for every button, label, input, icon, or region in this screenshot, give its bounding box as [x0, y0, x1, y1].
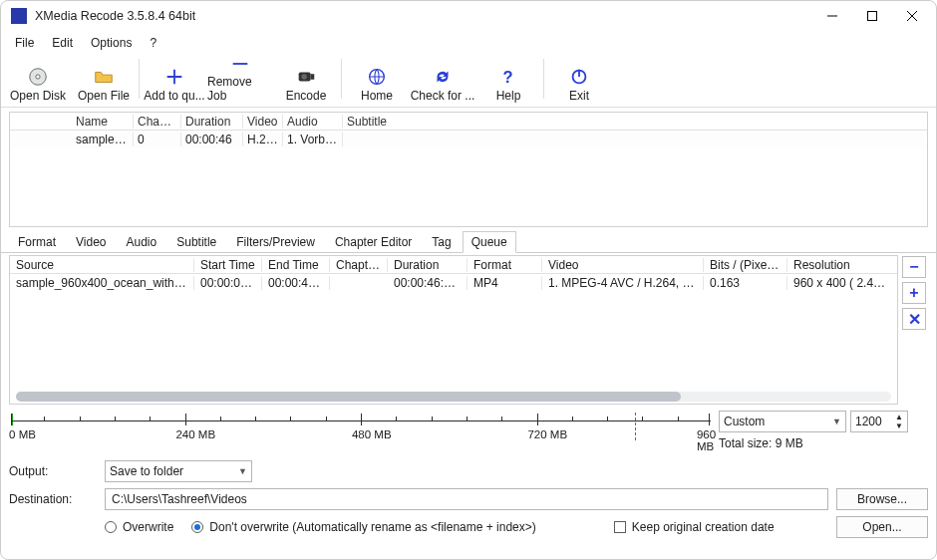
remove-job-button[interactable]: Remove Job [207, 55, 273, 103]
maximize-button[interactable] [852, 2, 892, 30]
qcol-duration[interactable]: Duration [388, 258, 468, 272]
spinner[interactable]: ▲▼ [892, 413, 906, 430]
destination-value: C:\Users\Tashreef\Videos [112, 492, 247, 506]
menu-options[interactable]: Options [83, 34, 140, 52]
file-row[interactable]: sample_9... 0 00:00:46 H.26... 1. Vorbis… [10, 131, 927, 148]
tab-queue[interactable]: Queue [463, 231, 516, 253]
tab-chapter-editor[interactable]: Chapter Editor [326, 231, 421, 253]
queue-add-button[interactable]: + [902, 282, 926, 304]
size-mode-value: Custom [724, 415, 765, 428]
camera-icon [295, 65, 317, 89]
encode-button[interactable]: Encode [273, 55, 339, 103]
col-name[interactable]: Name [72, 115, 134, 129]
file-audio: 1. Vorbis ... [283, 133, 343, 146]
qcol-chapters[interactable]: Chapters [330, 258, 388, 272]
svg-rect-1 [868, 12, 877, 21]
encode-label: Encode [286, 89, 327, 103]
ruler-label: 960 MB [697, 428, 716, 452]
queue-remove-button[interactable]: − [902, 256, 926, 278]
qcol-source[interactable]: Source [10, 258, 194, 272]
q-bits: 0.163 [704, 276, 787, 290]
output-label: Output: [9, 464, 97, 478]
svg-rect-9 [311, 74, 315, 80]
tab-audio[interactable]: Audio [118, 231, 166, 253]
home-button[interactable]: Home [344, 55, 410, 103]
check-update-button[interactable]: Check for ... [410, 55, 475, 103]
close-button[interactable] [892, 2, 932, 30]
open-disk-button[interactable]: Open Disk [5, 55, 71, 103]
file-list-header: Name Chapt... Duration Video Audio Subti… [10, 113, 927, 131]
svg-text:?: ? [503, 68, 513, 86]
tab-video[interactable]: Video [67, 231, 115, 253]
tab-tag[interactable]: Tag [423, 231, 460, 253]
queue-delete-button[interactable]: ✕ [902, 308, 926, 330]
app-icon [11, 8, 27, 24]
col-duration[interactable]: Duration [181, 115, 243, 129]
plus-icon [163, 65, 185, 89]
refresh-icon [432, 65, 454, 89]
q-duration: 00:00:46:616 [388, 276, 468, 290]
col-audio[interactable]: Audio [283, 115, 343, 129]
exit-label: Exit [569, 89, 589, 103]
qcol-format[interactable]: Format [468, 258, 542, 272]
queue-h-scrollbar[interactable] [16, 392, 891, 402]
remove-job-label: Remove Job [207, 75, 273, 103]
chevron-down-icon: ▼ [832, 417, 841, 426]
browse-button[interactable]: Browse... [836, 488, 928, 510]
power-icon [568, 65, 590, 89]
qcol-resolution[interactable]: Resolution [787, 258, 897, 272]
menu-edit[interactable]: Edit [44, 34, 81, 52]
size-mode-select[interactable]: Custom▼ [719, 411, 846, 432]
svg-rect-6 [233, 63, 248, 65]
open-disk-label: Open Disk [10, 89, 66, 103]
tab-filters[interactable]: Filters/Preview [227, 231, 324, 253]
q-format: MP4 [468, 276, 542, 290]
queue-row[interactable]: sample_960x400_ocean_with_... 00:00:00..… [10, 274, 897, 292]
output-panel: Output: Save to folder▼ Destination: C:\… [1, 452, 936, 542]
menubar: File Edit Options ? [1, 31, 936, 55]
window-title: XMedia Recode 3.5.8.4 64bit [35, 9, 812, 23]
keep-date-checkbox[interactable]: Keep original creation date [614, 520, 775, 534]
overwrite-radio[interactable]: Overwrite [105, 520, 173, 534]
ruler-label: 480 MB [352, 428, 392, 440]
tab-subtitle[interactable]: Subtitle [167, 231, 225, 253]
exit-button[interactable]: Exit [546, 55, 612, 103]
question-icon: ? [497, 65, 519, 89]
open-button[interactable]: Open... [836, 516, 928, 538]
size-ruler[interactable]: 0 MB 240 MB 480 MB 720 MB 960 MB [9, 409, 713, 452]
minimize-button[interactable] [812, 2, 852, 30]
queue-side-buttons: − + ✕ [902, 255, 928, 405]
svg-point-8 [301, 74, 307, 80]
file-video: H.26... [243, 133, 283, 146]
size-value: 1200 [855, 415, 882, 428]
menu-file[interactable]: File [7, 34, 42, 52]
qcol-video[interactable]: Video [542, 258, 704, 272]
file-name: sample_9... [72, 133, 134, 146]
keep-date-label: Keep original creation date [632, 520, 775, 534]
size-value-input[interactable]: 1200▲▼ [850, 411, 908, 432]
tab-format[interactable]: Format [9, 231, 65, 253]
open-file-button[interactable]: Open File [71, 55, 137, 103]
help-button[interactable]: ? Help [475, 55, 541, 103]
chevron-down-icon: ▼ [238, 466, 247, 476]
overwrite-label: Overwrite [123, 520, 173, 534]
add-to-queue-button[interactable]: Add to qu... [142, 55, 207, 103]
dont-overwrite-radio[interactable]: Don't overwrite (Automatically rename as… [191, 520, 535, 534]
output-mode-select[interactable]: Save to folder▼ [105, 460, 252, 482]
col-chapters[interactable]: Chapt... [134, 115, 181, 129]
dont-overwrite-label: Don't overwrite (Automatically rename as… [209, 520, 535, 534]
qcol-bits[interactable]: Bits / (Pixel*... [704, 258, 787, 272]
menu-help[interactable]: ? [142, 34, 164, 52]
col-subtitle[interactable]: Subtitle [343, 115, 927, 129]
q-source: sample_960x400_ocean_with_... [10, 276, 194, 290]
help-label: Help [496, 89, 521, 103]
output-mode-value: Save to folder [110, 464, 183, 478]
q-end: 00:00:46... [262, 276, 330, 290]
qcol-start[interactable]: Start Time [194, 258, 262, 272]
col-video[interactable]: Video [243, 115, 283, 129]
q-resolution: 960 x 400 ( 2.400000 ) [787, 276, 897, 290]
qcol-end[interactable]: End Time [262, 258, 330, 272]
destination-input[interactable]: C:\Users\Tashreef\Videos [105, 488, 828, 510]
globe-icon [366, 65, 388, 89]
home-label: Home [361, 89, 393, 103]
